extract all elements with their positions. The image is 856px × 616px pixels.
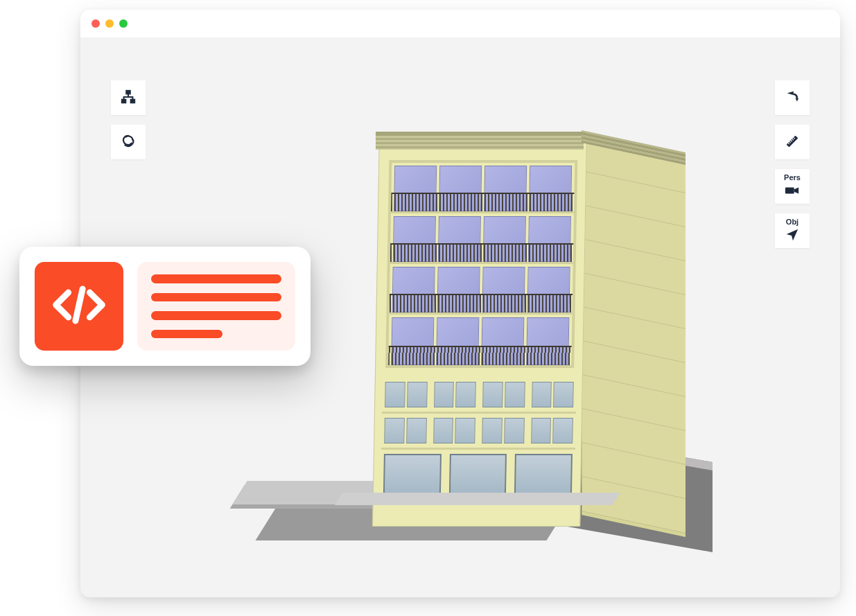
measure-button[interactable]: [775, 125, 810, 159]
window-titlebar: [80, 10, 840, 37]
svg-line-10: [76, 289, 82, 321]
code-overlay-card: [19, 247, 311, 366]
layers-button[interactable]: [111, 125, 146, 159]
swirl-icon: [121, 134, 136, 150]
svg-rect-2: [131, 100, 135, 103]
ruler-icon: [785, 134, 800, 150]
window-maximize-button[interactable]: [119, 19, 128, 28]
window-close-button[interactable]: [91, 19, 100, 28]
orientation-label: Obj: [786, 218, 798, 226]
hierarchy-button[interactable]: [111, 80, 146, 115]
code-tile[interactable]: [35, 262, 123, 351]
camera-mode-button[interactable]: Pers: [775, 169, 810, 204]
orientation-button[interactable]: Obj: [775, 213, 810, 248]
cursor-arrow-icon: [785, 227, 800, 244]
rotate-icon: [785, 89, 800, 106]
camera-icon: [785, 183, 800, 200]
right-toolbar: Pers Obj: [775, 80, 810, 248]
left-toolbar: [111, 80, 146, 159]
svg-rect-1: [122, 100, 126, 103]
hierarchy-icon: [121, 89, 136, 106]
svg-rect-0: [126, 91, 130, 94]
window-minimize-button[interactable]: [105, 19, 114, 28]
camera-mode-label: Pers: [784, 174, 801, 182]
text-lines-tile[interactable]: [137, 262, 295, 351]
code-icon: [51, 283, 107, 329]
svg-rect-9: [785, 187, 794, 193]
rotate-button[interactable]: [775, 80, 810, 115]
